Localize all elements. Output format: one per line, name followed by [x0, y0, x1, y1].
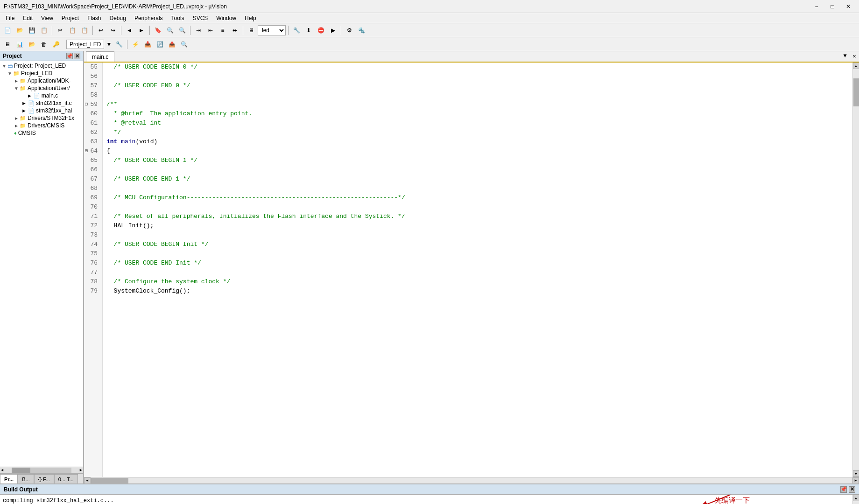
settings-btn[interactable]: 🔩	[356, 25, 367, 36]
wrap-btn[interactable]: ⬌	[229, 25, 240, 36]
build-close-btn[interactable]: ✕	[849, 486, 855, 493]
close-button[interactable]: ✕	[841, 2, 855, 11]
scroll-right-btn[interactable]: ►	[79, 468, 83, 473]
maximize-button[interactable]: □	[825, 2, 839, 11]
tab-drop-btn[interactable]: ▼	[840, 51, 850, 61]
tree-label: Application/User/	[28, 85, 70, 91]
tb2-btn3[interactable]: 📂	[26, 39, 37, 50]
bookmark-button[interactable]: 🔖	[152, 25, 163, 36]
tb2-flash2[interactable]: 📥	[142, 39, 153, 50]
tree-item-project-root[interactable]: ▼ 🗃 Project: Project_LED	[1, 62, 82, 70]
tb2-btn4[interactable]: 🗑	[38, 39, 49, 50]
open-button[interactable]: 📂	[14, 25, 25, 36]
tree-item-drivers-cmsis[interactable]: ► 📁 Drivers/CMSIS	[1, 122, 82, 129]
redo-button[interactable]: ↪	[107, 25, 119, 36]
tb2-btn5[interactable]: 🔑	[50, 39, 62, 50]
undo-button[interactable]: ↩	[95, 25, 106, 36]
tab-label: main.c	[92, 54, 108, 60]
code-line-63: int main(void)	[106, 137, 852, 147]
menu-window[interactable]: Window	[212, 13, 240, 23]
tab-books[interactable]: B...	[18, 474, 34, 483]
menu-project[interactable]: Project	[58, 13, 83, 23]
scroll-down-btn[interactable]: ▼	[853, 470, 859, 477]
nav-fwd-button[interactable]: ►	[136, 25, 147, 36]
tb2-flash3[interactable]: 🔃	[154, 39, 165, 50]
menu-debug[interactable]: Debug	[106, 13, 130, 23]
stop-btn[interactable]: ⛔	[315, 25, 326, 36]
menu-flash[interactable]: Flash	[84, 13, 105, 23]
col-align-btn[interactable]: ≡	[217, 25, 228, 36]
code-content[interactable]: /* USER CODE BEGIN 0 */ /* USER CODE END…	[103, 63, 852, 477]
tree-item-drivers-stm[interactable]: ► 📁 Drivers/STM32F1x	[1, 114, 82, 122]
config-btn[interactable]: ⚙	[344, 25, 355, 36]
new-button[interactable]: 📄	[2, 25, 13, 36]
ln-73: 73	[84, 231, 99, 240]
menu-file[interactable]: File	[2, 13, 18, 23]
scroll-thumb[interactable]	[853, 78, 859, 106]
menu-svcs[interactable]: SVCS	[189, 13, 212, 23]
tree-item-app-user[interactable]: ▼ 📁 Application/User/	[1, 84, 82, 92]
scroll-up-btn[interactable]: ▲	[853, 63, 859, 69]
tab-functions[interactable]: {} F...	[34, 474, 54, 483]
paste-button[interactable]: 📋	[79, 25, 90, 36]
tb2-btn1[interactable]: 🖥	[2, 39, 13, 50]
unindent-btn[interactable]: ⇤	[205, 25, 216, 36]
tb2-flash1[interactable]: ⚡	[130, 39, 141, 50]
save-all-button[interactable]: 📋	[38, 25, 49, 36]
project-panel-close[interactable]: ✕	[74, 53, 80, 59]
nav-back-button[interactable]: ◄	[124, 25, 135, 36]
build-pin-btn[interactable]: 📌	[840, 486, 847, 493]
hscroll-left-btn[interactable]: ◄	[84, 477, 91, 484]
build-scrollbar[interactable]: ▲ ▼	[852, 495, 859, 504]
tree-item-app-mdk[interactable]: ► 📁 Application/MDK-	[1, 77, 82, 84]
sep4	[149, 26, 150, 35]
tree-item-mainc[interactable]: ► ► 📄 main.c	[1, 92, 82, 99]
tb2-flash5[interactable]: 🔍	[178, 39, 190, 50]
ln-74: 74	[84, 240, 99, 249]
download-btn[interactable]: ⬇	[303, 25, 314, 36]
tab-project[interactable]: Pr...	[0, 474, 18, 483]
tb2-combo-drop[interactable]: ▼	[105, 39, 113, 50]
tb2-btn2[interactable]: 📊	[14, 39, 25, 50]
save-button[interactable]: 💾	[26, 25, 37, 36]
tb2-flash4[interactable]: 📤	[166, 39, 177, 50]
file-icon: 📄	[34, 93, 40, 99]
copy-button[interactable]: 📋	[67, 25, 78, 36]
project-panel: Project 📌 ✕ ▼ 🗃 Project: Project_LED ▼ 📁…	[0, 51, 84, 483]
cut-button[interactable]: ✂	[55, 25, 66, 36]
tree-item-cmsis-gem[interactable]: ♦ CMSIS	[1, 129, 82, 137]
sim-btn[interactable]: 🖥	[246, 25, 257, 36]
debug-start-btn[interactable]: ▶	[327, 25, 338, 36]
project-panel-pin[interactable]: 📌	[66, 53, 73, 59]
tree-item-hal[interactable]: ► 📄 stm32f1xx_hal	[1, 107, 82, 114]
build-scroll-up[interactable]: ▲	[853, 495, 859, 501]
build2-btn[interactable]: 🔧	[291, 25, 302, 36]
hscroll-thumb[interactable]	[91, 478, 128, 483]
sep1	[52, 26, 52, 35]
menu-view[interactable]: View	[37, 13, 57, 23]
scroll-left-btn[interactable]: ◄	[0, 468, 4, 473]
minimize-button[interactable]: −	[810, 2, 824, 11]
menu-tools[interactable]: Tools	[168, 13, 188, 23]
target-combo[interactable]: led	[258, 25, 286, 35]
menu-peripherals[interactable]: Peripherals	[131, 13, 167, 23]
toolbar1: 📄 📂 💾 📋 ✂ 📋 📋 ↩ ↪ ◄ ► 🔖 🔍 🔍 ⇥ ⇤ ≡ ⬌ 🖥 le…	[0, 23, 859, 37]
fold-icon2: ⊟	[85, 147, 88, 156]
code-hscrollbar[interactable]: ◄ ►	[84, 477, 859, 483]
indent-btn[interactable]: ⇥	[193, 25, 204, 36]
ln-59: ⊟59	[84, 100, 99, 109]
find-button[interactable]: 🔍	[164, 25, 176, 36]
tab-close-all-btn[interactable]: ✕	[850, 51, 859, 61]
tb2-config-btn[interactable]: 🔧	[113, 39, 125, 50]
editor-scrollbar[interactable]: ▲ ▼	[852, 63, 859, 477]
svg-line-0	[698, 495, 750, 504]
tree-item-project-led[interactable]: ▼ 📁 Project_LED	[1, 70, 82, 77]
inc-search-button[interactable]: 🔍	[176, 25, 188, 36]
hscroll-right-btn[interactable]: ►	[852, 477, 859, 484]
menu-help[interactable]: Help	[241, 13, 260, 23]
project-hscrollbar[interactable]: ◄ ►	[0, 467, 83, 473]
tab-templates[interactable]: 0... T...	[54, 474, 78, 483]
menu-edit[interactable]: Edit	[19, 13, 36, 23]
tab-main-c[interactable]: main.c	[86, 51, 114, 62]
tree-item-it-c[interactable]: ► 📄 stm32f1xx_it.c	[1, 99, 82, 107]
